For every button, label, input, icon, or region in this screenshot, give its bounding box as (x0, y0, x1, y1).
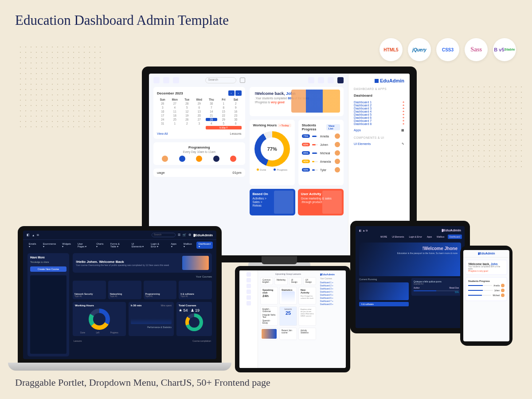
sidebar-item[interactable]: Dashboard 2 (354, 104, 372, 107)
sidebar-apps[interactable]: Apps (354, 129, 361, 132)
working-hours-card: Working Hours • Today 77% Done Progress (250, 120, 295, 185)
topbar: Search (153, 77, 245, 83)
sidebar-item[interactable]: Dashboard 4 (354, 110, 372, 113)
bar-chart (131, 310, 172, 324)
cal-prev-button[interactable]: ‹ (228, 90, 235, 96)
sidebar-item[interactable]: Dashboard 3 (354, 107, 372, 110)
sidebar-item[interactable]: Dashboard 7 (354, 119, 372, 122)
nav-item[interactable]: Charts ▾ (94, 242, 106, 249)
laptop-sidebar: Have More ?knoledge to share Create New … (27, 253, 69, 356)
nav-item[interactable]: Emails ▾ (27, 242, 39, 249)
page-subtitle: Draggable Portlet, Dropdown Menu, ChartJ… (15, 377, 270, 388)
brand-logo[interactable]: ▮EduAdmin (442, 228, 461, 232)
tech-badges: HTML5 jQuery CSS3 Sass B v5Stable (379, 38, 516, 61)
search-input[interactable]: Search (205, 77, 236, 83)
sass-icon: Sass (465, 38, 488, 61)
course-card[interactable]: NetworkingTopic #1 (108, 281, 141, 299)
settings-icon[interactable] (337, 77, 344, 83)
course-card[interactable]: Network SecurityTopic #1 (73, 281, 106, 299)
decoration-dots (439, 84, 523, 168)
tablet-hero: !Welcome Jhone Education is the passport… (359, 243, 461, 276)
nav-item[interactable]: Ecommerce ▾ (41, 242, 58, 249)
sparkline-chart (282, 291, 295, 303)
laptop-hero: !Hello Johen. Welcome BackYour course Ov… (73, 253, 212, 273)
page-title: Education Dashboard Admin Template (15, 12, 229, 28)
sidebar-item[interactable]: Dashboard 1 (354, 101, 372, 104)
nav-item[interactable]: Login & Error ▾ (149, 242, 167, 249)
completion-donut (185, 313, 203, 331)
apps-icon: ▦ (401, 129, 404, 132)
today-tag[interactable]: • Today (278, 124, 291, 127)
hero-illustration (182, 256, 209, 270)
menu-icon[interactable] (246, 272, 251, 277)
welcome-card: !Welcome back, John Your students compla… (466, 260, 507, 275)
phone-mockup: ▮EduAdmin !Welcome back, John Your stude… (460, 246, 512, 346)
lesson-card: Programming Every Day 10am to 11am (153, 142, 245, 165)
nav-item[interactable]: Apps ▾ (169, 242, 180, 249)
brand-logo[interactable]: ▮EduAdmin (193, 233, 213, 237)
laptop-mockup: ◧▲⧉ Search ☰🛒⚙ ▮EduAdmin Emails ▾Ecommer… (18, 226, 222, 371)
course-thumb[interactable] (359, 282, 409, 300)
calendar-month: December 2023 (157, 91, 183, 95)
flag-icon[interactable] (318, 77, 324, 83)
bell-icon[interactable] (173, 77, 179, 83)
nav-item[interactable]: Mailbox ▾ (181, 242, 195, 249)
sidebar-illustration (30, 275, 66, 354)
create-course-button[interactable]: Create New Course (30, 266, 66, 272)
sidebar-item[interactable]: Dashboard 5 (354, 113, 372, 116)
nav-item[interactable]: Widgets ▾ (60, 242, 74, 249)
html5-icon: HTML5 (379, 38, 403, 61)
cal-next-button[interactable]: › (235, 90, 242, 96)
lessons-label: Lessons (230, 132, 242, 135)
sidebar-item[interactable]: Dashboard 6 (354, 116, 372, 119)
nav-item[interactable]: Dashboard ▾ (196, 242, 213, 249)
welcome-illustration (291, 90, 340, 113)
calendar-card: December 2023 ‹ › SunMonTueWedThuFriSat2… (153, 87, 245, 139)
view-list-button[interactable]: View List (326, 124, 340, 130)
grid-icon[interactable] (308, 77, 314, 83)
brand-logo[interactable]: ▮EduAdmin (463, 250, 509, 258)
cart-icon[interactable] (328, 77, 334, 83)
students-progress-card: Students Progress View List 75%Amelia60%… (298, 120, 344, 185)
sidebar-ui-elements[interactable]: UI Elements (354, 142, 371, 146)
user-icon[interactable] (163, 77, 169, 83)
decoration-dots (18, 44, 102, 129)
course-card[interactable]: It & softwareTopic #1 (179, 281, 212, 299)
language-card: uage01pm (153, 168, 245, 177)
pencil-icon: ✎ (402, 142, 404, 146)
course-badge[interactable]: It & software (359, 302, 409, 306)
based-on-tile[interactable]: Based On Activities >Sales >Releas (250, 189, 295, 215)
working-hours-donut: 77% (254, 131, 290, 167)
course-card[interactable]: ProgrammingTopic #1 (144, 281, 177, 299)
nav-item[interactable]: UI Elements ▾ (129, 242, 147, 249)
working-hours-donut (89, 309, 110, 330)
menu-icon[interactable] (153, 77, 160, 83)
bootstrap-icon: B v5Stable (493, 38, 516, 61)
brand-logo[interactable]: EduAdmin (354, 78, 404, 83)
fullscreen-icon[interactable] (240, 78, 245, 83)
tablet-sidebar (239, 270, 258, 368)
photo-thumb (262, 329, 277, 339)
welcome-card: !Welcome back, John .Your students compl… (250, 87, 344, 116)
sidebar-item[interactable]: Dashboard 8 (354, 122, 372, 125)
nav-item[interactable]: User Pages ▾ (75, 242, 92, 249)
tablet-light-mockup: Upcoming Group Lessons Common EnglishMar… (235, 266, 350, 372)
css3-icon: CSS3 (436, 38, 459, 61)
students-progress-card: Students Progress AmeliaJohenMicheal (466, 277, 507, 301)
user-activity-tile[interactable]: User Activity Grow marketing & sales.thr… (298, 189, 344, 215)
jquery-icon: jQuery (408, 38, 431, 61)
search-input[interactable]: Search (152, 233, 176, 237)
nav-item[interactable]: Forms & Table ▾ (108, 242, 128, 249)
view-all-link[interactable]: View All (157, 132, 168, 135)
tablet-dark-mockup: ◧ ▲ ⧉ ▮EduAdmin MOREUI ElementsLogin & E… (350, 221, 470, 333)
